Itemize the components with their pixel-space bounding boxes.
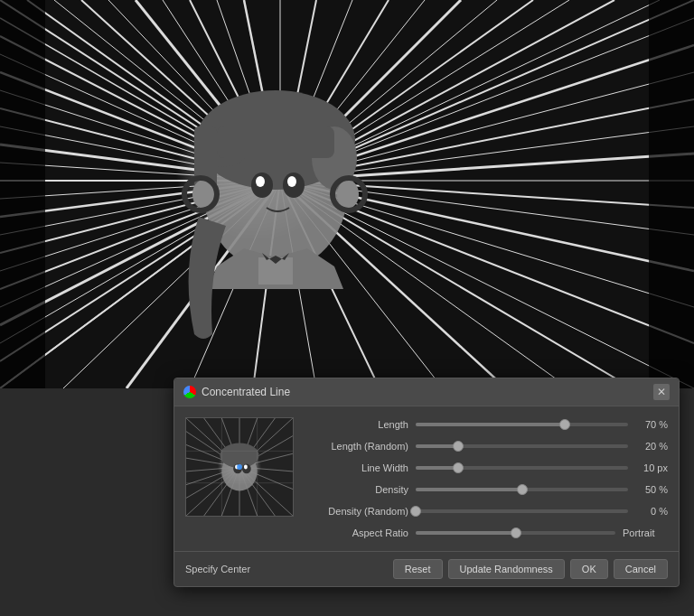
- length-random-label: Length (Random): [305, 441, 408, 452]
- concentrated-line-dialog: Concentrated Line ✕: [174, 378, 680, 587]
- specify-center-label: Specify Center: [185, 564, 250, 574]
- density-value: 50 %: [635, 484, 668, 495]
- canvas-background: [0, 0, 694, 388]
- footer-buttons: Reset Update Randomness OK Cancel: [393, 559, 668, 579]
- aspect-ratio-slider[interactable]: [416, 526, 615, 540]
- dialog-body: Length 70 % Length (Random): [174, 406, 679, 551]
- dialog-footer: Specify Center Reset Update Randomness O…: [174, 551, 679, 586]
- preview-thumbnail: [185, 417, 294, 517]
- length-random-control-row: Length (Random) 20 %: [305, 439, 668, 453]
- svg-point-77: [256, 176, 265, 187]
- controls-panel: Length 70 % Length (Random): [305, 417, 668, 540]
- density-slider[interactable]: [416, 482, 628, 497]
- dialog-title-left: Concentrated Line: [183, 386, 290, 398]
- density-random-value: 0 %: [635, 506, 668, 517]
- line-width-control-row: Line Width 10 px: [305, 461, 668, 475]
- reset-button[interactable]: Reset: [393, 559, 443, 579]
- svg-rect-74: [217, 126, 334, 158]
- aspect-ratio-value: Portrait: [623, 527, 668, 538]
- dialog-icon: [183, 386, 196, 398]
- svg-rect-85: [649, 0, 694, 388]
- svg-point-113: [220, 443, 258, 467]
- length-label: Length: [305, 419, 408, 430]
- length-random-value: 20 %: [635, 441, 668, 452]
- line-width-value: 10 px: [635, 462, 668, 473]
- density-random-slider[interactable]: [416, 504, 628, 518]
- svg-rect-84: [0, 0, 45, 388]
- length-slider[interactable]: [416, 417, 628, 432]
- length-control-row: Length 70 %: [305, 417, 668, 432]
- cancel-button[interactable]: Cancel: [614, 559, 668, 579]
- svg-point-80: [337, 180, 359, 209]
- length-random-slider[interactable]: [416, 439, 628, 453]
- close-button[interactable]: ✕: [653, 384, 670, 400]
- svg-point-122: [237, 464, 242, 470]
- line-width-slider[interactable]: [416, 461, 628, 475]
- line-width-label: Line Width: [305, 462, 408, 473]
- density-label: Density: [305, 484, 408, 495]
- aspect-ratio-control-row: Aspect Ratio Portrait: [305, 526, 668, 540]
- update-randomness-button[interactable]: Update Randomness: [448, 559, 565, 579]
- aspect-ratio-label: Aspect Ratio: [305, 527, 408, 538]
- svg-point-78: [287, 176, 296, 187]
- density-random-label: Density (Random): [305, 506, 408, 517]
- density-random-control-row: Density (Random) 0 %: [305, 504, 668, 518]
- length-value: 70 %: [635, 419, 668, 430]
- svg-point-117: [244, 465, 248, 470]
- dialog-title: Concentrated Line: [202, 386, 290, 398]
- ok-button[interactable]: OK: [570, 559, 608, 579]
- dialog-titlebar: Concentrated Line ✕: [174, 378, 679, 406]
- density-control-row: Density 50 %: [305, 482, 668, 497]
